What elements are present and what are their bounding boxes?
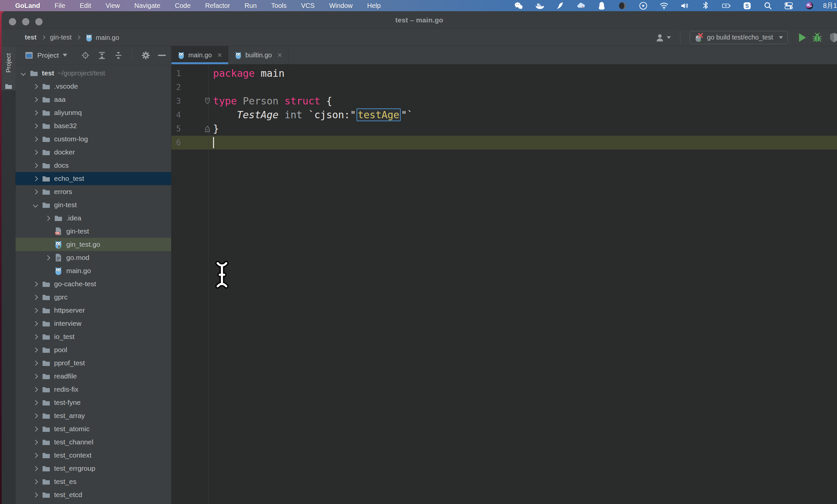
breadcrumb-item-main-go[interactable]: main.go <box>85 34 119 41</box>
close-icon[interactable]: ✕ <box>277 51 282 59</box>
gear-icon[interactable] <box>141 51 150 60</box>
code-line-5[interactable]: 5} <box>172 122 837 136</box>
chevron-right-icon[interactable] <box>33 176 38 181</box>
menu-help[interactable]: Help <box>367 2 380 10</box>
battery-charging-icon[interactable] <box>722 1 731 10</box>
tree-item-docs[interactable]: docs <box>16 159 171 172</box>
tree-item-docker[interactable]: docker <box>16 146 171 159</box>
docker-icon[interactable] <box>535 1 544 10</box>
tree-item-test[interactable]: test~/goproject/test <box>16 67 171 80</box>
tree-item-echo_test[interactable]: echo_test <box>16 172 171 185</box>
chevron-right-icon[interactable] <box>33 387 38 392</box>
tree-item-test_channel[interactable]: test_channel <box>16 435 171 449</box>
chevron-right-icon[interactable] <box>33 123 38 129</box>
chevron-down-icon[interactable] <box>21 71 26 76</box>
run-configuration-select[interactable]: go build test/echo_test <box>690 31 788 44</box>
tree-item-gin-test[interactable]: YMLgin-test <box>16 225 171 238</box>
coverage-button[interactable] <box>829 32 837 43</box>
tree-item-gin-test[interactable]: gin-test <box>16 198 171 211</box>
project-panel-title[interactable]: Project <box>37 51 59 59</box>
tree-item-test_context[interactable]: test_context <box>16 449 171 462</box>
menu-refactor[interactable]: Refactor <box>205 2 230 10</box>
chevron-down-icon[interactable] <box>63 54 67 57</box>
chevron-right-icon[interactable] <box>33 163 38 168</box>
menu-code[interactable]: Code <box>175 2 191 10</box>
menu-run[interactable]: Run <box>245 2 257 10</box>
tree-item-readfile[interactable]: readfile <box>16 370 171 383</box>
hide-icon[interactable] <box>158 55 166 56</box>
code-line-4[interactable]: 4 TestAge int `cjson:"testAge"` <box>172 108 837 122</box>
chevron-right-icon[interactable] <box>45 216 51 221</box>
tree-item-test-fyne[interactable]: test-fyne <box>16 396 171 409</box>
chevron-right-icon[interactable] <box>33 400 38 405</box>
chevron-right-icon[interactable] <box>33 308 38 313</box>
code-line-3[interactable]: 3type Person struct { <box>172 94 837 108</box>
tree-item-test_errgroup[interactable]: test_errgroup <box>16 462 171 475</box>
chevron-right-icon[interactable] <box>33 440 38 445</box>
project-tool-window-button[interactable]: Project <box>2 46 16 90</box>
menubar-date[interactable]: 8月1 <box>823 1 837 10</box>
tree-item-io_test[interactable]: io_test <box>16 330 171 343</box>
code-line-6[interactable]: 6 <box>172 136 837 150</box>
sogou-icon[interactable]: S <box>743 1 752 10</box>
tree-item-test_etcd[interactable]: test_etcd <box>16 488 171 501</box>
fold-marker-icon[interactable] <box>203 125 212 133</box>
chevron-right-icon[interactable] <box>45 255 51 260</box>
chevron-right-icon[interactable] <box>33 334 38 339</box>
menu-file[interactable]: File <box>55 2 65 10</box>
chevron-right-icon[interactable] <box>33 110 38 115</box>
chevron-right-icon[interactable] <box>33 189 38 194</box>
control-center-icon[interactable] <box>784 1 793 10</box>
tree-item-interview[interactable]: interview <box>16 317 171 330</box>
chevron-right-icon[interactable] <box>33 453 38 458</box>
tree-item-errors[interactable]: errors <box>16 185 171 198</box>
editor-tab-builtin-go[interactable]: builtin.go✕ <box>229 46 288 64</box>
wifi-icon[interactable] <box>660 1 669 10</box>
menubar-app-name[interactable]: GoLand <box>15 2 40 10</box>
tree-item-test_atomic[interactable]: test_atomic <box>16 422 171 435</box>
chevron-right-icon[interactable] <box>33 281 38 286</box>
menu-navigate[interactable]: Navigate <box>134 2 160 10</box>
wechat-icon[interactable] <box>514 1 523 10</box>
locate-icon[interactable] <box>81 51 90 60</box>
chevron-right-icon[interactable] <box>33 413 38 418</box>
tree-item-gin_test-go[interactable]: gin_test.go <box>16 238 171 251</box>
breadcrumb-item-gin-test[interactable]: gin-test <box>50 34 72 41</box>
penguin-icon[interactable] <box>597 1 606 10</box>
siri-icon[interactable] <box>805 1 814 10</box>
chevron-right-icon[interactable] <box>33 374 38 379</box>
chevron-down-icon[interactable] <box>33 202 38 207</box>
tree-item-aliyunmq[interactable]: aliyunmq <box>16 106 171 119</box>
recorder-icon[interactable] <box>618 1 627 10</box>
volume-icon[interactable] <box>680 1 689 10</box>
menu-window[interactable]: Window <box>329 2 353 10</box>
tree-item--idea[interactable]: .idea <box>16 211 171 225</box>
chevron-right-icon[interactable] <box>33 426 38 431</box>
chevron-right-icon[interactable] <box>33 347 38 353</box>
editor-tab-main-go[interactable]: main.go✕ <box>172 46 229 64</box>
tree-item-httpserver[interactable]: httpserver <box>16 304 171 317</box>
bird-icon[interactable] <box>556 1 565 10</box>
code-line-2[interactable]: 2 <box>172 80 837 94</box>
fold-marker-icon[interactable] <box>203 97 212 106</box>
spotlight-search-icon[interactable] <box>764 1 772 10</box>
chevron-right-icon[interactable] <box>33 466 38 471</box>
code-area[interactable]: 1package main23type Person struct {4 Tes… <box>172 64 837 504</box>
menu-vcs[interactable]: VCS <box>301 2 315 10</box>
run-button[interactable] <box>799 33 806 42</box>
tree-item-go-mod[interactable]: go.mod <box>16 251 171 264</box>
chevron-right-icon[interactable] <box>33 136 38 142</box>
tree-item-pool[interactable]: pool <box>16 343 171 356</box>
tree-item-base32[interactable]: base32 <box>16 119 171 132</box>
chevron-right-icon[interactable] <box>33 360 38 366</box>
play-circle-icon[interactable] <box>639 1 648 10</box>
chevron-right-icon[interactable] <box>33 295 38 300</box>
code-line-1[interactable]: 1package main <box>172 67 837 80</box>
chevron-right-icon[interactable] <box>33 150 38 155</box>
menu-view[interactable]: View <box>106 2 120 10</box>
cloud-icon[interactable] <box>576 1 585 10</box>
tree-item-pprof_test[interactable]: pprof_test <box>16 356 171 370</box>
tree-item-go-cache-test[interactable]: go-cache-test <box>16 277 171 291</box>
bluetooth-icon[interactable] <box>701 1 710 10</box>
collapse-all-icon[interactable] <box>114 51 123 60</box>
